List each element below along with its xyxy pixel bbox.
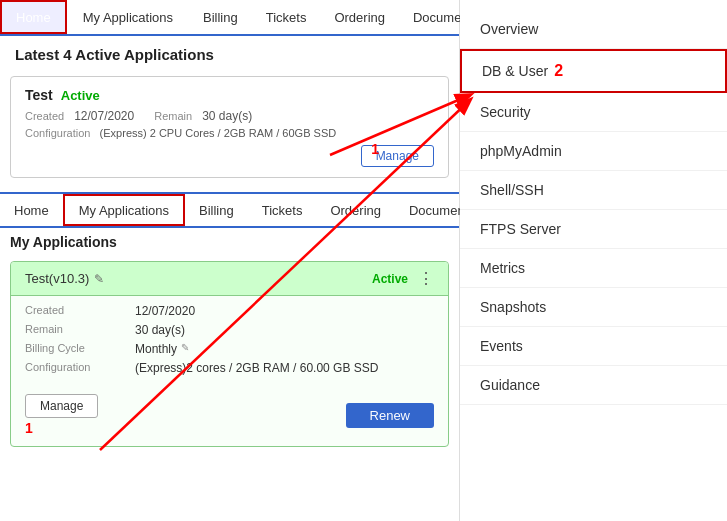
remain-value-top: 30 day(s) bbox=[202, 109, 252, 123]
app-name-bottom: Test(v10.3) bbox=[25, 271, 89, 286]
created-value-bottom: 12/07/2020 bbox=[135, 304, 195, 318]
right-panel-snapshots[interactable]: Snapshots bbox=[460, 288, 727, 327]
nav-ordering-bottom[interactable]: Ordering bbox=[316, 194, 395, 226]
right-panel: Overview DB & User 2 Security phpMyAdmin… bbox=[460, 0, 727, 521]
right-panel-guidance[interactable]: Guidance bbox=[460, 366, 727, 405]
my-apps-title: My Applications bbox=[10, 234, 449, 250]
renew-button[interactable]: Renew bbox=[346, 403, 434, 428]
config-value-top: (Express) 2 CPU Cores / 2GB RAM / 60GB S… bbox=[100, 127, 337, 139]
created-value-top: 12/07/2020 bbox=[74, 109, 134, 123]
created-label-bottom: Created bbox=[25, 304, 135, 318]
db-user-label: DB & User bbox=[482, 63, 548, 79]
nav-billing-bottom[interactable]: Billing bbox=[185, 194, 248, 226]
section-top-title: Latest 4 Active Applications bbox=[15, 46, 444, 63]
app-status-top: Active bbox=[61, 88, 100, 103]
config-value-bottom: (Express)2 cores / 2GB RAM / 60.00 GB SS… bbox=[135, 361, 378, 375]
remain-value-bottom: 30 day(s) bbox=[135, 323, 185, 337]
nav-home-bottom[interactable]: Home bbox=[0, 194, 63, 226]
nav-billing-top[interactable]: Billing bbox=[189, 0, 252, 34]
annotation-2: 2 bbox=[554, 62, 563, 80]
app-card-bottom: Test(v10.3) ✎ Active ⋮ Created 12/07/202… bbox=[10, 261, 449, 447]
right-panel-security[interactable]: Security bbox=[460, 93, 727, 132]
nav-tickets-top[interactable]: Tickets bbox=[252, 0, 321, 34]
app-name-top: Test bbox=[25, 87, 53, 103]
billing-icon: ✎ bbox=[181, 342, 189, 356]
remain-label-top: Remain bbox=[154, 110, 192, 122]
app-card-top: Test Active Created 12/07/2020 Remain 30… bbox=[10, 76, 449, 178]
bottom-nav-bar: Home My Applications Billing Tickets Ord… bbox=[0, 192, 459, 228]
right-panel-phpmyadmin[interactable]: phpMyAdmin bbox=[460, 132, 727, 171]
right-panel-shell-ssh[interactable]: Shell/SSH bbox=[460, 171, 727, 210]
config-label-top: Configuration bbox=[25, 127, 90, 139]
edit-icon[interactable]: ✎ bbox=[94, 272, 104, 286]
manage-button-bottom[interactable]: Manage bbox=[25, 394, 98, 418]
right-panel-overview[interactable]: Overview bbox=[460, 10, 727, 49]
right-panel-events[interactable]: Events bbox=[460, 327, 727, 366]
nav-tickets-bottom[interactable]: Tickets bbox=[248, 194, 317, 226]
nav-myapps-top[interactable]: My Applications bbox=[67, 0, 189, 34]
billing-value-bottom: Monthly bbox=[135, 342, 177, 356]
right-panel-metrics[interactable]: Metrics bbox=[460, 249, 727, 288]
nav-home-top[interactable]: Home bbox=[0, 0, 67, 34]
app-status-bottom: Active bbox=[372, 272, 408, 286]
config-label-bottom: Configuration bbox=[25, 361, 135, 375]
created-label-top: Created bbox=[25, 110, 64, 122]
billing-label-bottom: Billing Cycle bbox=[25, 342, 135, 356]
nav-ordering-top[interactable]: Ordering bbox=[320, 0, 399, 34]
nav-myapps-bottom[interactable]: My Applications bbox=[63, 194, 185, 226]
my-apps-section: My Applications bbox=[0, 228, 459, 261]
annotation-1-top: 1 bbox=[371, 141, 379, 157]
remain-label-bottom: Remain bbox=[25, 323, 135, 337]
right-panel-db-user[interactable]: DB & User 2 bbox=[460, 49, 727, 93]
annotation-1-bottom: 1 bbox=[25, 420, 33, 436]
more-options-icon[interactable]: ⋮ bbox=[418, 269, 434, 288]
top-nav-bar: Home My Applications Billing Tickets Ord… bbox=[0, 0, 459, 36]
right-panel-ftps-server[interactable]: FTPS Server bbox=[460, 210, 727, 249]
